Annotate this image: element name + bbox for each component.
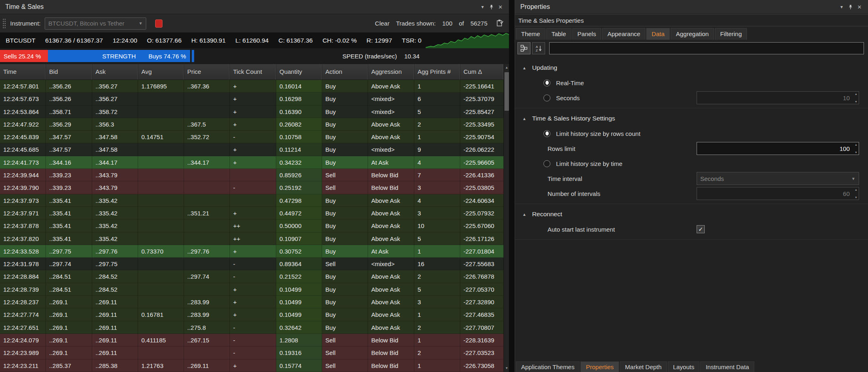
- cell-avg: [138, 219, 184, 232]
- cell-bid: ..269.1: [46, 346, 92, 359]
- panel-menu-arrow-icon[interactable]: ▾: [478, 4, 487, 10]
- spinner-down-icon[interactable]: ▼: [855, 151, 857, 154]
- scroll-up-icon[interactable]: ▲: [504, 64, 509, 71]
- categorize-icon[interactable]: [517, 42, 530, 54]
- close-icon[interactable]: ✕: [855, 4, 864, 10]
- table-row[interactable]: 12:24:37.820..335.41..335.42++0.10907Buy…: [0, 232, 504, 245]
- cell-price: [184, 283, 230, 296]
- table-row[interactable]: 12:24:39.944..339.23..343.790.85926SellB…: [0, 169, 504, 181]
- tab-filtering[interactable]: Filtering: [715, 28, 747, 40]
- collapse-icon[interactable]: ▲: [522, 66, 526, 70]
- column-header-price[interactable]: Price: [184, 64, 230, 80]
- spinner-up-icon[interactable]: ▲: [855, 92, 857, 95]
- column-header-aggression[interactable]: Aggression: [368, 64, 414, 80]
- panel-menu-arrow-icon[interactable]: ▾: [837, 4, 846, 10]
- limit-time-radio[interactable]: [543, 160, 550, 167]
- column-header-avg[interactable]: Avg: [138, 64, 184, 80]
- table-row[interactable]: 12:24:33.528..297.75..297.760.73370..297…: [0, 245, 504, 258]
- cell-prints: 1: [414, 308, 460, 321]
- section-history[interactable]: ▲ Time & Sales History Settings: [515, 112, 868, 125]
- cell-price: ..267.15: [184, 334, 230, 346]
- spinner-down-icon[interactable]: ▼: [855, 100, 857, 103]
- cell-avg: [138, 232, 184, 245]
- cell-tick: +: [230, 308, 276, 321]
- table-row[interactable]: 12:24:57.801..356.26..356.271.176895..36…: [0, 80, 504, 92]
- table-row[interactable]: 12:24:37.878..335.41..335.42++0.50000Buy…: [0, 219, 504, 232]
- seconds-input[interactable]: 10 ▲▼: [697, 91, 859, 104]
- spinner-up-icon[interactable]: ▲: [855, 188, 857, 191]
- table-row[interactable]: 12:24:37.971..335.41..335.42..351.21+0.4…: [0, 207, 504, 219]
- table-row[interactable]: 12:24:39.790..339.23..343.79-0.25192Sell…: [0, 181, 504, 194]
- tab-appearance[interactable]: Appearance: [602, 28, 645, 40]
- table-scrollbar[interactable]: ▲ ▼: [504, 64, 509, 372]
- num-intervals-input[interactable]: 60 ▲▼: [697, 187, 859, 200]
- clear-button[interactable]: Clear: [375, 20, 390, 27]
- table-row[interactable]: 12:24:28.739..284.51..284.52+0.10499BuyA…: [0, 283, 504, 296]
- bottom-tab-instrument-data[interactable]: Instrument Data: [700, 361, 754, 372]
- column-header-quantity[interactable]: Quantity: [276, 64, 322, 80]
- bottom-tab-layouts[interactable]: Layouts: [668, 361, 700, 372]
- table-row[interactable]: 12:24:24.079..269.1..269.110.411185..267…: [0, 334, 504, 346]
- close-icon[interactable]: ✕: [496, 4, 505, 10]
- copy-trades-icon[interactable]: [496, 19, 503, 28]
- cell-qty: 0.85926: [276, 169, 322, 181]
- section-reconnect[interactable]: ▲ Reconnect: [515, 207, 868, 221]
- real-time-radio[interactable]: [543, 80, 550, 86]
- table-row[interactable]: 12:24:23.211..285.37..285.381.21763..269…: [0, 359, 504, 372]
- auto-start-checkbox[interactable]: ✓: [697, 225, 705, 233]
- bottom-tab-application-themes[interactable]: Application Themes: [516, 361, 580, 372]
- pin-icon[interactable]: [487, 4, 496, 10]
- instrument-select[interactable]: BTCUSDT, Bitcoin vs Tether ▼: [45, 17, 146, 30]
- cell-tick: [230, 169, 276, 181]
- column-header-agg-prints[interactable]: Agg Prints #: [414, 64, 460, 80]
- column-header-time[interactable]: Time: [0, 64, 46, 80]
- table-row[interactable]: 12:24:41.773..344.16..344.17..344.17+0.3…: [0, 156, 504, 169]
- cell-prints: 1: [414, 80, 460, 92]
- collapse-icon[interactable]: ▲: [522, 212, 526, 217]
- tab-aggregation[interactable]: Aggregation: [671, 28, 714, 40]
- time-interval-value: Seconds: [700, 175, 724, 182]
- limit-rows-radio[interactable]: [543, 130, 550, 137]
- tab-theme[interactable]: Theme: [516, 28, 545, 40]
- cell-aggression: Above Ask: [368, 232, 414, 245]
- table-row[interactable]: 12:24:27.651..269.1..269.11..275.8-0.326…: [0, 321, 504, 334]
- collapse-icon[interactable]: ▲: [522, 116, 526, 121]
- tab-data[interactable]: Data: [646, 28, 670, 40]
- table-row[interactable]: 12:24:28.237..269.1..269.11..283.99+0.10…: [0, 296, 504, 308]
- table-row[interactable]: 12:24:23.989..269.1..269.11-0.19316SellB…: [0, 346, 504, 359]
- column-header-cum-delta[interactable]: Cum Δ: [460, 64, 504, 80]
- scroll-down-icon[interactable]: ▼: [504, 365, 509, 372]
- table-row[interactable]: 12:24:31.978..297.74..297.75-0.89364Sell…: [0, 258, 504, 270]
- column-header-ask[interactable]: Ask: [92, 64, 138, 80]
- panel-divider[interactable]: [509, 0, 515, 372]
- table-row[interactable]: 12:24:27.774..269.1..269.110.16781..283.…: [0, 308, 504, 321]
- table-row[interactable]: 12:24:37.973..335.41..335.420.47298BuyAb…: [0, 194, 504, 207]
- drag-handle-icon[interactable]: [2, 18, 6, 29]
- properties-search-input[interactable]: [549, 42, 864, 54]
- spinner-up-icon[interactable]: ▲: [855, 143, 857, 146]
- table-row[interactable]: 12:24:45.685..347.57..347.58+0.11214Buy<…: [0, 143, 504, 156]
- column-header-bid[interactable]: Bid: [46, 64, 92, 80]
- rows-limit-input[interactable]: 100 ▲▼: [697, 142, 859, 155]
- cell-qty: 0.16014: [276, 80, 322, 92]
- table-row[interactable]: 12:24:45.839..347.57..347.580.14751..352…: [0, 131, 504, 143]
- table-row[interactable]: 12:24:47.922..356.29..356.3..367.5+0.260…: [0, 118, 504, 131]
- column-header-action[interactable]: Action: [322, 64, 368, 80]
- sort-az-icon[interactable]: AZ: [532, 42, 545, 54]
- tab-panels[interactable]: Panels: [572, 28, 602, 40]
- section-updating[interactable]: ▲ Updating: [515, 61, 868, 75]
- sells-strength-segment: Sells 25.24 %: [0, 50, 48, 62]
- column-header-tick-count[interactable]: Tick Count: [230, 64, 276, 80]
- table-row[interactable]: 12:24:57.673..356.26..356.27+0.16298Buy<…: [0, 92, 504, 105]
- pin-icon[interactable]: [846, 4, 855, 10]
- tab-table[interactable]: Table: [546, 28, 571, 40]
- time-interval-select[interactable]: Seconds ▼: [697, 172, 859, 185]
- stop-button[interactable]: [155, 19, 162, 28]
- table-row[interactable]: 12:24:28.884..284.51..284.52..297.74-0.2…: [0, 270, 504, 283]
- scrollbar-thumb[interactable]: [504, 72, 509, 111]
- bottom-tab-market-depth[interactable]: Market Depth: [620, 361, 667, 372]
- bottom-tab-properties[interactable]: Properties: [580, 361, 619, 372]
- seconds-radio[interactable]: [543, 95, 550, 101]
- spinner-down-icon[interactable]: ▼: [855, 196, 857, 199]
- table-row[interactable]: 12:24:53.864..358.71..358.72+0.16390Buy<…: [0, 105, 504, 118]
